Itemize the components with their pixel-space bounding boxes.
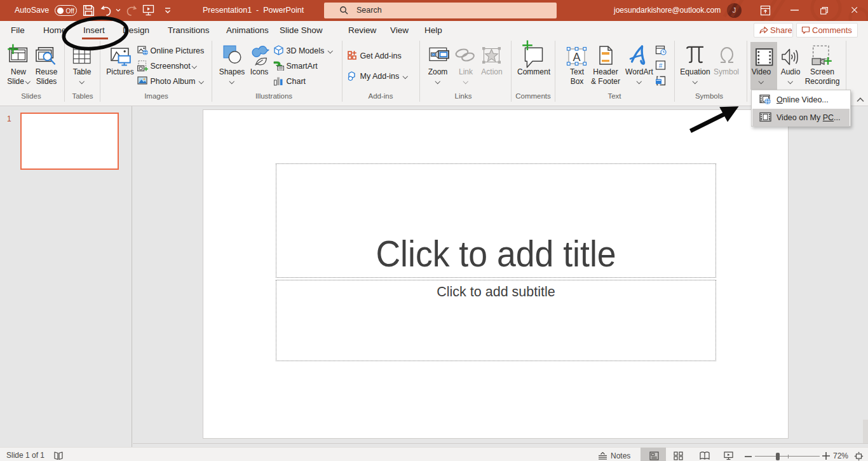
svg-text:#: #	[659, 62, 663, 69]
svg-text:A: A	[573, 51, 580, 64]
